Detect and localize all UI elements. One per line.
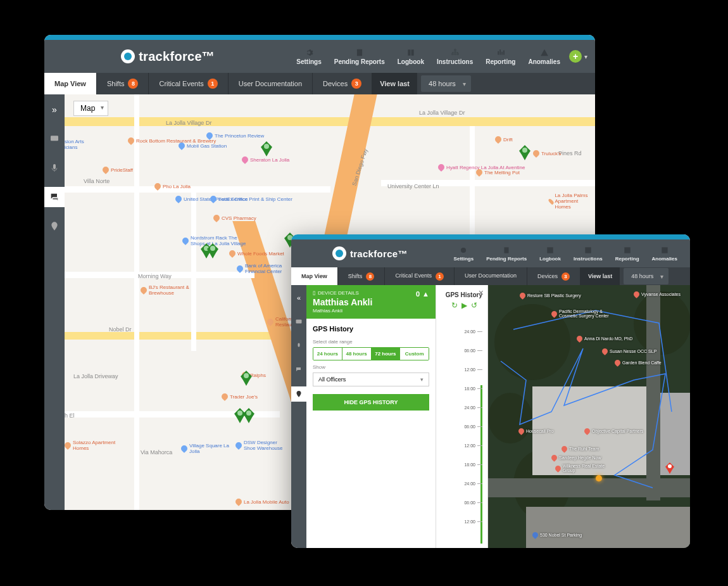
- nav-pending-reports[interactable]: Pending Reports: [329, 46, 390, 68]
- poi-sheraton[interactable]: Sheraton La Jolla: [242, 156, 289, 163]
- poi-cvs[interactable]: CVS Pharmacy: [213, 215, 256, 221]
- sat-poi[interactable]: Wilkness Real Estate Group: [555, 464, 607, 473]
- playback-controls: ↻ ▶ ↺: [441, 301, 482, 310]
- poi-dsw[interactable]: DSW Designer Shoe Warehouse: [235, 440, 288, 451]
- show-dropdown[interactable]: All Officers: [313, 373, 429, 386]
- poi-solazzo[interactable]: Solazzo Apartment Homes: [65, 440, 117, 451]
- viewlast-dropdown[interactable]: 48 hours: [624, 268, 668, 284]
- nav-reporting[interactable]: Reporting: [480, 46, 520, 68]
- gear-icon: [458, 246, 469, 255]
- sat-poi[interactable]: Susan Nesse OCC SLP: [602, 348, 656, 354]
- poi-fedex[interactable]: FedEx Office Print & Ship Center: [210, 196, 292, 202]
- sat-poi[interactable]: Anna Di Nardo MD, PhD: [577, 336, 632, 341]
- play-icon[interactable]: ▶: [461, 301, 467, 310]
- sidebar-mic[interactable]: [291, 338, 306, 354]
- poi-mobil[interactable]: Mobil Gas Station: [179, 143, 227, 149]
- range-24h[interactable]: 24 hours: [313, 348, 342, 360]
- chevron-down-icon[interactable]: ▾: [584, 53, 587, 60]
- nav-reporting[interactable]: Reporting: [610, 243, 644, 264]
- sat-poi[interactable]: Sandeep Hegde Now: [551, 455, 601, 461]
- timeline[interactable]: jun 10th jun 11th jun 12th 24:00 06:00 1…: [453, 322, 482, 548]
- map-marker[interactable]: [243, 408, 254, 423]
- close-icon[interactable]: ×: [479, 288, 484, 298]
- tab-map-view[interactable]: Map View: [291, 267, 338, 285]
- map-marker[interactable]: [519, 145, 530, 160]
- map-marker[interactable]: [241, 371, 252, 386]
- poi-traderjoes[interactable]: Trader Joe's: [222, 393, 258, 400]
- poi-trulucks[interactable]: Truluck's: [533, 150, 561, 156]
- destination-pin[interactable]: [665, 462, 674, 474]
- sidebar-comment[interactable]: [291, 314, 306, 329]
- sidebar-location[interactable]: [291, 386, 306, 402]
- sat-poi[interactable]: Housecall Pro: [518, 428, 554, 434]
- poi-bjs[interactable]: BJ's Restaurant & Brewhouse: [141, 284, 193, 296]
- poi-lajpalms[interactable]: La Jolla Palms Apartment Homes: [549, 193, 595, 210]
- sat-poi[interactable]: The Ruhl Team: [562, 446, 599, 452]
- sidebar-chat[interactable]: [291, 362, 306, 378]
- badge-critical: 1: [208, 79, 218, 89]
- sat-poi[interactable]: Garden Blend Caffe: [615, 360, 662, 366]
- svg-rect-5: [547, 247, 553, 253]
- tab-map-view[interactable]: Map View: [44, 73, 97, 94]
- current-position[interactable]: [596, 475, 602, 481]
- sat-poi[interactable]: Vyvanse Associates: [634, 291, 681, 297]
- nav-logbook[interactable]: Logbook: [392, 46, 429, 68]
- tab-user-documentation[interactable]: User Documentation: [229, 73, 313, 94]
- tab-critical-events[interactable]: Critical Events1: [385, 267, 455, 285]
- tab-user-documentation[interactable]: User Documentation: [455, 267, 527, 285]
- nav-instructions[interactable]: Instructions: [568, 243, 608, 264]
- sidebar-chat[interactable]: [44, 187, 65, 207]
- rewind-icon[interactable]: ↻: [451, 301, 458, 310]
- poi-villagesq[interactable]: Village Square La Jolla: [181, 443, 234, 454]
- range-custom[interactable]: Custom: [400, 348, 429, 360]
- app-logo[interactable]: trackforce™: [332, 246, 408, 260]
- sidebar-collapse[interactable]: «: [291, 290, 306, 305]
- tab-shifts[interactable]: Shifts8: [338, 267, 386, 285]
- map-marker[interactable]: [207, 243, 218, 258]
- range-48h[interactable]: 48 hours: [342, 348, 372, 360]
- maptype-dropdown[interactable]: Map: [73, 101, 108, 116]
- map-marker[interactable]: [261, 141, 272, 156]
- sat-poi[interactable]: Restore SB Plastic Surgery: [520, 293, 581, 298]
- poi-drift[interactable]: Drift: [495, 136, 513, 143]
- poi-boa[interactable]: Bank of America Financial Center: [237, 263, 289, 274]
- poi-wholefoods[interactable]: Whole Foods Market: [229, 250, 284, 257]
- sidebar-comment[interactable]: [44, 129, 65, 149]
- add-button[interactable]: +: [569, 50, 582, 63]
- nav-logbook[interactable]: Logbook: [534, 243, 566, 264]
- sidebar-expand[interactable]: »: [44, 99, 65, 120]
- sidebar-location[interactable]: [44, 216, 65, 236]
- sidebar-mic[interactable]: [44, 158, 65, 178]
- nav-settings[interactable]: Settings: [291, 46, 326, 68]
- sat-poi[interactable]: 530 Nobel St Parking: [532, 532, 582, 538]
- tab-critical-events[interactable]: Critical Events1: [149, 73, 228, 94]
- road: [65, 186, 330, 193]
- sat-poi[interactable]: Objective Capital Partners: [584, 428, 643, 434]
- viewlast-dropdown[interactable]: 48 hours: [421, 75, 471, 92]
- poi-sionarts[interactable]: sion Arts icians: [65, 139, 96, 150]
- badge-shifts: 8: [128, 79, 138, 89]
- svg-point-3: [461, 247, 466, 252]
- nav-pending-reports[interactable]: Pending Reports: [481, 243, 532, 264]
- nav-settings[interactable]: Settings: [449, 243, 479, 264]
- nav-anomalies[interactable]: Anomalies: [647, 243, 682, 264]
- tab-shifts[interactable]: Shifts8: [97, 73, 149, 94]
- satellite-map[interactable]: Restore SB Plastic Surgery Vyvanse Assoc…: [488, 285, 690, 548]
- poi-mobileauto[interactable]: La Jolla Mobile Auto: [235, 499, 289, 505]
- titlebar-accent: [44, 35, 595, 40]
- nav-instructions[interactable]: Instructions: [432, 46, 478, 68]
- poi-pridestaff[interactable]: PrideStaff: [103, 167, 133, 173]
- poi-melting[interactable]: The Melting Pot: [476, 169, 520, 175]
- range-72h[interactable]: 72 hours: [372, 348, 401, 360]
- hide-gps-button[interactable]: HIDE GPS HISTORY: [313, 394, 429, 411]
- poi-princeton[interactable]: The Princeton Review: [206, 132, 264, 139]
- main-nav: Settings Pending Reports Logbook Instruc…: [291, 46, 565, 68]
- loop-icon[interactable]: ↺: [471, 301, 477, 310]
- app-logo[interactable]: trackforce™: [121, 49, 215, 64]
- poi-pho[interactable]: Pho La Jolla: [154, 183, 191, 189]
- tab-devices[interactable]: Devices3: [527, 267, 581, 285]
- sat-poi[interactable]: Pacific Dermatology & Cosmetic Surgery C…: [551, 309, 616, 318]
- mic-icon: [295, 342, 303, 350]
- tab-devices[interactable]: Devices3: [313, 73, 372, 94]
- nav-anomalies[interactable]: Anomalies: [523, 46, 565, 68]
